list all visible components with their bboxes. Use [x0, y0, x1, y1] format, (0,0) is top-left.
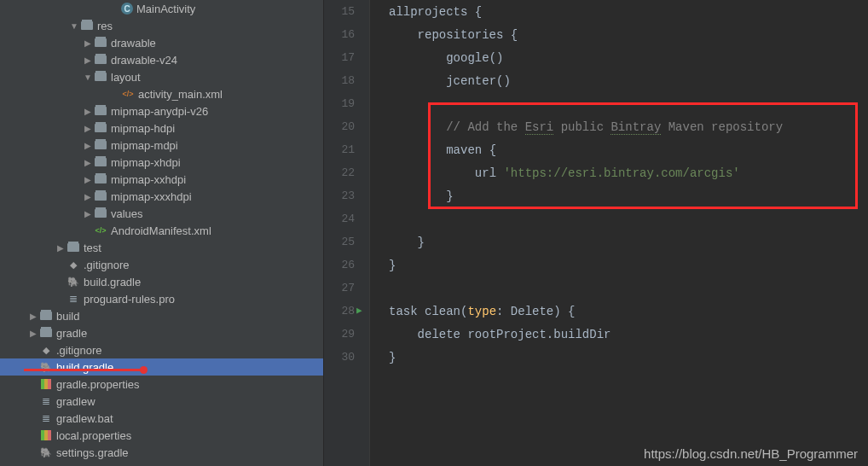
tree-item--gitignore[interactable]: .gitignore — [0, 341, 323, 358]
code-text[interactable]: maven { — [370, 143, 496, 157]
code-line[interactable]: 25 } — [324, 230, 868, 253]
line-number: 21 — [324, 143, 370, 156]
code-text[interactable]: // Add the Esri public Bintray Maven rep… — [370, 120, 783, 134]
tree-item-mipmap-xhdpi[interactable]: mipmap-xhdpi — [0, 154, 323, 171]
tree-item-mainactivity[interactable]: CMainActivity — [0, 0, 323, 17]
folder-icon — [94, 104, 107, 118]
line-number: 25 — [324, 236, 370, 248]
code-text[interactable]: } — [370, 236, 425, 249]
code-text[interactable]: delete rootProject.buildDir — [370, 328, 610, 341]
expand-caret-icon[interactable] — [84, 192, 92, 201]
tree-item-drawable[interactable]: drawable — [0, 34, 323, 51]
code-text[interactable]: } — [370, 259, 396, 272]
gradle-icon — [67, 275, 80, 288]
tree-item-activity-main-xml[interactable]: activity_main.xml — [0, 85, 323, 102]
expand-caret-icon[interactable] — [84, 107, 92, 116]
tree-item-settings-gradle[interactable]: settings.gradle — [0, 444, 323, 461]
tree-item-label: mipmap-xhdpi — [111, 156, 181, 169]
tree-item-build[interactable]: build — [0, 307, 323, 324]
line-number: 22 — [324, 166, 370, 179]
tree-item-proguard-rules-pro[interactable]: proguard-rules.pro — [0, 290, 323, 307]
project-tree[interactable]: CMainActivityresdrawabledrawable-v24layo… — [0, 0, 323, 461]
run-gutter-icon[interactable]: ▶ — [356, 305, 362, 316]
code-text[interactable]: } — [370, 351, 396, 364]
tree-item--gitignore[interactable]: .gitignore — [0, 256, 323, 273]
code-line[interactable]: 24 — [324, 207, 868, 230]
expand-caret-icon[interactable] — [84, 55, 92, 65]
folder-icon — [67, 241, 80, 254]
git-icon — [67, 258, 80, 271]
code-text[interactable]: } — [370, 189, 454, 203]
code-text[interactable]: jcenter() — [370, 74, 511, 88]
code-text[interactable]: repositories { — [370, 28, 518, 42]
tree-item-label: test — [84, 242, 101, 254]
code-line[interactable]: 19 — [324, 92, 868, 115]
code-line[interactable]: 17 google() — [324, 46, 868, 69]
expand-caret-icon[interactable] — [29, 329, 38, 338]
tree-item-label: drawable — [111, 37, 156, 50]
tree-item-androidmanifest-xml[interactable]: AndroidManifest.xml — [0, 222, 323, 239]
folder-icon — [94, 121, 107, 135]
code-line[interactable]: 18 jcenter() — [324, 69, 868, 92]
tree-item-res[interactable]: res — [0, 17, 323, 34]
tree-item-gradlew[interactable]: gradlew — [0, 393, 323, 410]
expand-caret-icon[interactable] — [84, 158, 92, 167]
tree-item-label: res — [97, 20, 113, 32]
folder-icon — [94, 53, 107, 67]
code-line[interactable]: 26} — [324, 253, 868, 277]
code-line[interactable]: 15allprojects { — [324, 0, 868, 23]
code-line[interactable]: 27 — [324, 277, 868, 300]
tree-item-label: gradle.properties — [56, 378, 140, 391]
tree-item-local-properties[interactable]: local.properties — [0, 427, 323, 444]
tree-item-label: gradlew — [56, 395, 95, 408]
expand-caret-icon[interactable] — [84, 175, 92, 184]
code-line[interactable]: 28▶task clean(type: Delete) { — [324, 300, 868, 323]
expand-caret-icon[interactable] — [84, 141, 92, 150]
folder-icon — [94, 36, 107, 50]
code-editor[interactable]: 15allprojects {16 repositories {17 googl… — [324, 0, 868, 466]
tree-item-test[interactable]: test — [0, 239, 323, 256]
tree-item-layout[interactable]: layout — [0, 68, 323, 85]
code-line[interactable]: 29 delete rootProject.buildDir — [324, 323, 868, 346]
tree-item-mipmap-anydpi-v26[interactable]: mipmap-anydpi-v26 — [0, 102, 323, 119]
folder-res-icon — [80, 19, 94, 32]
tree-item-label: build — [56, 310, 79, 323]
tree-item-build-gradle[interactable]: build.gradle — [0, 358, 323, 376]
tree-item-label: activity_main.xml — [138, 88, 223, 101]
expand-caret-icon[interactable] — [29, 312, 38, 321]
tree-item-mipmap-xxxhdpi[interactable]: mipmap-xxxhdpi — [0, 188, 323, 205]
expand-caret-icon[interactable] — [84, 209, 92, 218]
expand-caret-icon[interactable] — [70, 21, 78, 31]
tree-item-gradlew-bat[interactable]: gradlew.bat — [0, 410, 323, 427]
code-text[interactable]: google() — [370, 51, 503, 65]
tree-item-mipmap-hdpi[interactable]: mipmap-hdpi — [0, 119, 323, 137]
code-text[interactable]: url 'https://esri.bintray.com/arcgis' — [370, 166, 740, 180]
line-number: 18 — [324, 74, 370, 87]
gradle-icon — [39, 360, 53, 374]
tree-item-label: MainActivity — [136, 3, 195, 15]
tree-item-mipmap-mdpi[interactable]: mipmap-mdpi — [0, 137, 323, 154]
tree-item-build-gradle[interactable]: build.gradle — [0, 273, 323, 290]
code-text[interactable]: task clean(type: Delete) { — [370, 305, 576, 318]
tree-item-gradle-properties[interactable]: gradle.properties — [0, 376, 323, 393]
expand-caret-icon[interactable] — [84, 73, 92, 82]
code-text[interactable]: allprojects { — [370, 5, 482, 19]
code-line[interactable]: 30} — [324, 346, 868, 369]
expand-caret-icon[interactable] — [84, 38, 92, 48]
folder-icon — [94, 172, 107, 186]
code-line[interactable]: 20 // Add the Esri public Bintray Maven … — [324, 115, 868, 138]
tree-item-label: .gitignore — [56, 344, 101, 357]
tree-item-gradle[interactable]: gradle — [0, 324, 323, 341]
code-line[interactable]: 22 url 'https://esri.bintray.com/arcgis' — [324, 161, 868, 184]
code-line[interactable]: 16 repositories { — [324, 23, 868, 46]
manifest-icon — [94, 224, 107, 237]
folder-icon — [94, 70, 107, 84]
tree-item-drawable-v24[interactable]: drawable-v24 — [0, 51, 323, 68]
code-line[interactable]: 23 } — [324, 184, 868, 207]
expand-caret-icon[interactable] — [84, 124, 92, 133]
tree-item-values[interactable]: values — [0, 205, 323, 222]
tree-item-mipmap-xxhdpi[interactable]: mipmap-xxhdpi — [0, 171, 323, 188]
txt-icon — [67, 292, 80, 306]
expand-caret-icon[interactable] — [56, 243, 65, 253]
code-line[interactable]: 21 maven { — [324, 138, 868, 161]
